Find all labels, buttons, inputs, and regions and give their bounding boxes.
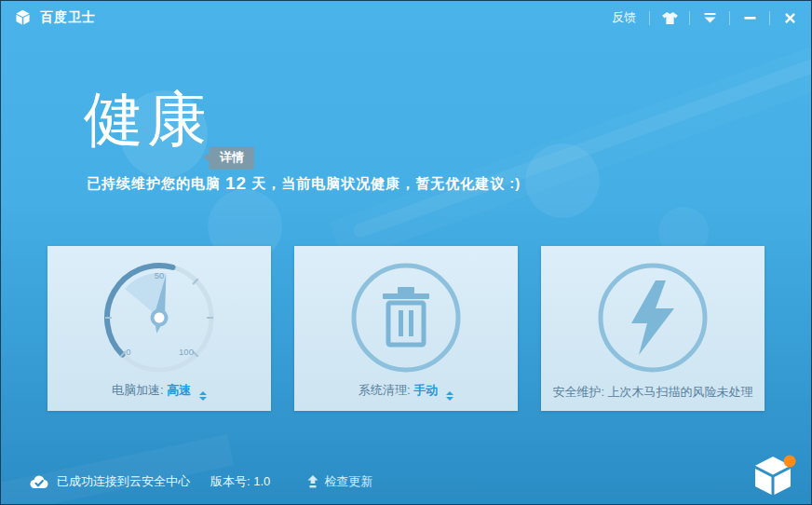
- close-button[interactable]: [778, 7, 802, 29]
- app-window: 百度卫士 反馈: [0, 0, 812, 505]
- background-swoosh: [330, 6, 812, 263]
- titlebar-brand: 百度卫士: [14, 9, 96, 26]
- tray-logo-notification[interactable]: [751, 454, 797, 498]
- sort-down-icon: [446, 397, 453, 401]
- cloud-check-icon: [29, 474, 49, 489]
- details-badge[interactable]: 详情: [210, 146, 254, 169]
- speedup-mode-value[interactable]: 高速: [167, 383, 191, 397]
- gauge-mid-label: 50: [155, 270, 165, 280]
- cleanup-mode-selector[interactable]: [446, 391, 453, 401]
- skin-tshirt-button[interactable]: [657, 7, 682, 29]
- notification-dot: [784, 456, 796, 468]
- cleanup-label-row: 系统清理: 手动: [294, 382, 518, 401]
- cloud-connection-status: 已成功连接到云安全中心: [29, 473, 190, 490]
- cleanup-mode-value[interactable]: 手动: [413, 383, 438, 397]
- connection-status-text: 已成功连接到云安全中心: [57, 473, 190, 490]
- subtitle-prefix: 已持续维护您的电脑: [87, 175, 221, 191]
- speedup-label: 电脑加速:: [112, 383, 164, 397]
- version-label: 版本号: 1.0: [210, 473, 270, 490]
- health-status-title: 健康: [84, 89, 210, 149]
- lightning-icon: [597, 262, 709, 374]
- speedup-mode-selector[interactable]: [199, 391, 207, 401]
- titlebar-divider: [649, 11, 650, 25]
- speedometer-gauge-icon: 0 50 100: [103, 262, 215, 374]
- close-icon: [784, 12, 796, 24]
- titlebar-divider: [689, 11, 690, 25]
- security-label: 安全维护: 上次木马扫描的风险未处理: [541, 384, 765, 401]
- cleanup-label: 系统清理:: [359, 383, 411, 397]
- tshirt-icon: [661, 11, 679, 25]
- feature-cards: 0 50 100 电脑加速: 高速: [47, 246, 765, 411]
- card-pc-speedup[interactable]: 0 50 100 电脑加速: 高速: [47, 246, 271, 411]
- titlebar-divider: [729, 11, 730, 25]
- main-menu-button[interactable]: [697, 7, 722, 29]
- titlebar: 百度卫士 反馈: [1, 1, 811, 34]
- titlebar-divider: [769, 11, 770, 25]
- gauge-max-label: 100: [179, 347, 194, 357]
- subtitle-suffix: 天，当前电脑状况健康，暂无优化建议 :): [251, 175, 521, 191]
- footer-bar: 已成功连接到云安全中心 版本号: 1.0 检查更新: [1, 459, 811, 504]
- app-title: 百度卫士: [40, 9, 96, 26]
- card-security-maintenance[interactable]: 安全维护: 上次木马扫描的风险未处理: [541, 246, 765, 411]
- minimize-button[interactable]: [738, 7, 762, 29]
- card-system-cleanup[interactable]: 系统清理: 手动: [294, 246, 518, 411]
- gauge-min-label: 0: [126, 347, 130, 357]
- sort-up-icon: [446, 391, 453, 395]
- background-bubble: [525, 143, 600, 218]
- check-update-link[interactable]: 检查更新: [307, 473, 372, 490]
- speedup-label-row: 电脑加速: 高速: [47, 382, 271, 401]
- sort-up-icon: [199, 391, 207, 395]
- minimize-icon: [744, 12, 756, 23]
- titlebar-controls: 反馈: [606, 7, 802, 29]
- app-logo-icon: [14, 9, 32, 26]
- maintained-days-count: 12: [225, 173, 247, 193]
- status-subtitle: 已持续维护您的电脑12天，当前电脑状况健康，暂无优化建议 :): [87, 173, 521, 194]
- menu-dropdown-icon: [704, 13, 716, 23]
- feedback-button[interactable]: 反馈: [606, 9, 642, 26]
- trash-icon: [350, 262, 462, 374]
- update-arrow-icon: [307, 475, 318, 488]
- check-update-label: 检查更新: [324, 473, 372, 490]
- sort-down-icon: [199, 397, 207, 401]
